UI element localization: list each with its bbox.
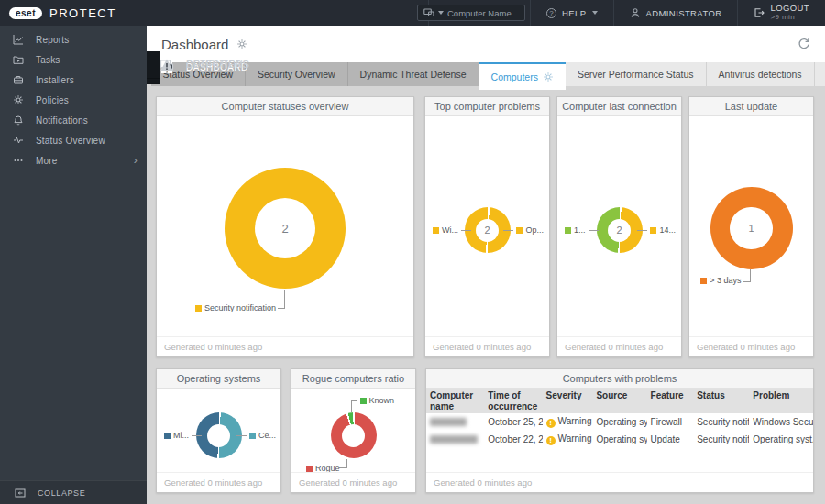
- detections-warning-icon: [160, 58, 174, 72]
- tab-label: Dynamic Threat Defense: [360, 69, 467, 80]
- sidebar-item-more[interactable]: More ›: [0, 150, 147, 170]
- user-label: ADMINISTRATOR: [646, 8, 722, 18]
- sidebar-item-installers[interactable]: Installers: [0, 70, 147, 90]
- legend-connector: [637, 230, 647, 231]
- tab-computers[interactable]: Computers: [479, 62, 566, 90]
- sidebar: DASHBOARD COMPUTERS DETECTIONS Repor: [0, 26, 147, 504]
- cell-status: Security notific...: [693, 413, 749, 431]
- cell-status: Security notific...: [693, 431, 749, 448]
- column-header[interactable]: Severity: [543, 389, 593, 413]
- legend-item: Wi...: [433, 225, 471, 235]
- legend-label: Wi...: [442, 225, 458, 235]
- table-header-row: Computer name Time of occurrence Severit…: [426, 389, 813, 413]
- legend-item: > 3 days: [700, 276, 741, 285]
- search-scope-caret-icon[interactable]: [438, 11, 444, 15]
- donut-center-value: 2: [608, 219, 631, 242]
- legend-item: Mi...: [164, 431, 202, 440]
- legend-connector: [743, 269, 751, 282]
- legend-swatch: [306, 466, 313, 472]
- sidebar-item-status-overview[interactable]: Status Overview: [0, 130, 147, 150]
- donut-center-value: 2: [255, 198, 315, 258]
- warning-icon: !: [546, 436, 556, 445]
- panel-title: Top computer problems: [425, 97, 549, 116]
- column-header[interactable]: Computer name: [426, 389, 484, 413]
- panel-computer-statuses-overview: Computer statuses overview 2 Security no…: [156, 96, 414, 357]
- column-header[interactable]: Problem: [749, 389, 813, 413]
- tab-antivirus-detections[interactable]: Antivirus detections: [707, 62, 815, 86]
- column-header[interactable]: Status: [693, 389, 749, 413]
- column-header[interactable]: Feature: [647, 389, 694, 413]
- product-name: PROTECT: [50, 6, 116, 20]
- legend-connector: [461, 230, 471, 231]
- legend-swatch: [249, 433, 256, 439]
- eset-logo-badge: eset: [9, 7, 42, 19]
- legend-item: 1...: [565, 225, 599, 235]
- donut-chart[interactable]: [331, 412, 377, 458]
- sidebar-item-reports[interactable]: Reports: [0, 29, 147, 49]
- redacted-computer-name: [430, 418, 467, 426]
- cell-time: October 25, 20...: [484, 413, 542, 431]
- donut-chart[interactable]: [196, 412, 242, 458]
- help-label: HELP: [562, 8, 586, 18]
- tab-firewall-detections[interactable]: Firewall detections: [815, 62, 825, 86]
- donut-chart[interactable]: 1: [710, 187, 793, 269]
- sidebar-item-tasks[interactable]: Tasks: [0, 49, 147, 70]
- cell-source: Operating syst...: [592, 431, 646, 448]
- tab-security-overview[interactable]: Security Overview: [246, 62, 348, 86]
- page-header: Dashboard: [147, 26, 825, 62]
- tab-dynamic-threat-defense[interactable]: Dynamic Threat Defense: [348, 62, 479, 86]
- help-icon: ?: [546, 8, 556, 18]
- donut-center-value: [342, 424, 365, 447]
- sidebar-item-label: Notifications: [36, 115, 88, 126]
- cell-time: October 22, 20...: [484, 431, 542, 448]
- donut-chart[interactable]: 2: [225, 168, 346, 289]
- legend-connector: [339, 459, 347, 468]
- table-row[interactable]: October 25, 20... !Warning Operating sys…: [426, 413, 813, 431]
- logout-button[interactable]: LOGOUT >9 min: [737, 0, 825, 26]
- dashboard-settings-gear-icon[interactable]: [236, 38, 248, 49]
- panel-title: Computer last connection: [557, 97, 681, 116]
- sidebar-item-policies[interactable]: Policies: [0, 90, 147, 110]
- column-header[interactable]: Time of occurrence: [484, 389, 542, 413]
- sidebar-item-label: DETECTIONS: [186, 60, 249, 70]
- legend-item: Ce...: [236, 431, 276, 440]
- user-menu[interactable]: ADMINISTRATOR: [613, 0, 738, 26]
- panel-rogue-computers-ratio: Rogue computers ratio Known Rogue: [291, 368, 416, 493]
- cell-severity: !Warning: [543, 431, 593, 448]
- redacted-computer-name: [430, 435, 478, 444]
- search-placeholder: Computer Name: [447, 8, 512, 18]
- sidebar-item-notifications[interactable]: Notifications: [0, 110, 147, 130]
- legend-label: Mi...: [173, 431, 189, 440]
- sidebar-item-detections[interactable]: DETECTIONS: [147, 51, 160, 79]
- generated-timestamp: Generated 0 minutes ago: [425, 336, 549, 356]
- table-row[interactable]: October 22, 20... !Warning Operating sys…: [426, 431, 813, 448]
- computer-search-input[interactable]: Computer Name: [417, 5, 525, 21]
- tab-label: Security Overview: [258, 69, 336, 80]
- donut-center-value: [207, 424, 230, 447]
- installers-icon: [13, 74, 24, 85]
- page-title: Dashboard: [161, 37, 228, 52]
- reports-icon: [13, 34, 24, 45]
- legend-label: 14...: [659, 225, 676, 235]
- tab-settings-gear-icon[interactable]: [543, 71, 554, 82]
- sidebar-item-label: Reports: [36, 35, 69, 45]
- sidebar-collapse-button[interactable]: COLLAPSE: [0, 480, 147, 504]
- legend-swatch: [700, 278, 707, 284]
- donut-chart[interactable]: 2: [597, 207, 643, 253]
- legend-connector: [503, 230, 513, 231]
- logout-session-time: >9 min: [770, 14, 809, 22]
- status-overview-icon: [13, 135, 24, 146]
- help-menu[interactable]: ? HELP: [530, 0, 612, 26]
- tab-label: Computers: [491, 71, 538, 82]
- legend-connector: [278, 290, 285, 309]
- legend-item: Op...: [503, 225, 544, 235]
- column-header[interactable]: Source: [592, 389, 646, 413]
- cell-feature: Firewall: [647, 413, 694, 431]
- logout-icon: [754, 7, 764, 18]
- legend-connector: [351, 400, 358, 412]
- legend-swatch: [195, 305, 202, 312]
- sidebar-item-label: Tasks: [36, 55, 60, 65]
- legend-label: > 3 days: [710, 276, 741, 285]
- tab-server-performance-status[interactable]: Server Performance Status: [566, 62, 707, 86]
- refresh-icon[interactable]: [798, 38, 810, 50]
